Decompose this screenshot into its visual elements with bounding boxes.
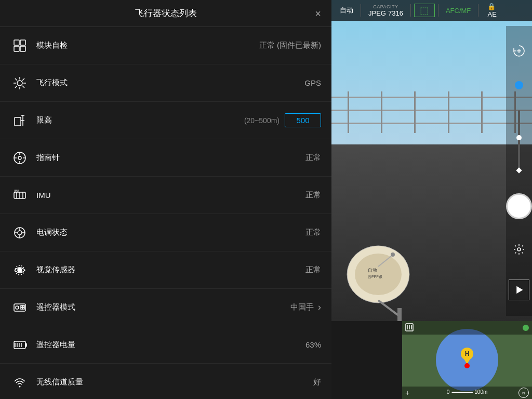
vision-value: 正常 bbox=[305, 265, 321, 275]
rc-battery-icon bbox=[10, 336, 29, 354]
jpeg-value: JPEG bbox=[368, 9, 386, 17]
svg-rect-40 bbox=[21, 308, 22, 309]
satellite-dish: 自动 云PPP跟 bbox=[331, 228, 446, 321]
zoom-in-button[interactable]: + bbox=[405, 389, 409, 397]
svg-line-10 bbox=[22, 86, 24, 88]
map-screen-icon[interactable] bbox=[405, 323, 414, 333]
scale-line bbox=[451, 392, 472, 393]
focus-frame-icon: ⬚ bbox=[420, 6, 429, 15]
exposure-diamond bbox=[516, 167, 522, 173]
svg-point-29 bbox=[18, 231, 22, 235]
focus-mode-btn[interactable]: AFC/MF bbox=[442, 6, 475, 16]
svg-text:IMU: IMU bbox=[14, 189, 19, 192]
rc-mode-value: 中国手 bbox=[290, 302, 314, 312]
svg-point-64 bbox=[517, 248, 521, 251]
fence-post bbox=[381, 91, 382, 133]
svg-text:云PPP跟: 云PPP跟 bbox=[368, 275, 382, 278]
scale-start: 0 bbox=[447, 389, 450, 395]
map-bottombar: + 0 100m N bbox=[402, 387, 532, 399]
exposure-track[interactable] bbox=[518, 110, 520, 172]
esc-icon bbox=[10, 223, 29, 242]
settings-button[interactable] bbox=[510, 240, 528, 259]
svg-point-54 bbox=[355, 254, 402, 295]
flight-mode-value: GPS bbox=[304, 78, 321, 87]
exposure-mode-value: AE bbox=[488, 10, 497, 18]
svg-line-11 bbox=[22, 78, 24, 81]
altitude-limit-label: 限高 bbox=[36, 115, 244, 125]
capacity-label: CAPACITY bbox=[373, 4, 398, 9]
playback-button[interactable] bbox=[509, 280, 529, 300]
module-check-value: 正常 (固件已最新) bbox=[259, 41, 321, 50]
fence-post bbox=[481, 91, 483, 133]
auto-mode-btn[interactable]: 自动 bbox=[336, 5, 357, 16]
lock-icon: 🔒 bbox=[487, 3, 496, 10]
map-topbar bbox=[402, 321, 532, 335]
rc-battery-value: 63% bbox=[305, 340, 321, 349]
fence-post bbox=[348, 91, 349, 133]
gps-status-dot bbox=[523, 325, 529, 331]
row-module-check: 模块自检 正常 (固件已最新) bbox=[0, 27, 331, 64]
separator-3 bbox=[438, 4, 438, 17]
exposure-mode-btn[interactable]: 🔒 AE bbox=[482, 2, 502, 19]
svg-rect-42 bbox=[14, 341, 25, 349]
rc-mode-arrow: › bbox=[318, 302, 321, 313]
imu-label: IMU bbox=[36, 191, 305, 200]
svg-rect-41 bbox=[23, 308, 24, 309]
svg-marker-65 bbox=[517, 287, 522, 293]
row-esc: 电调状态 正常 bbox=[0, 214, 331, 251]
altitude-input[interactable] bbox=[285, 113, 321, 127]
altitude-hint: (20~500m) bbox=[244, 116, 280, 125]
svg-rect-1 bbox=[20, 40, 25, 45]
focus-mode-value: AFC/MF bbox=[446, 7, 471, 15]
close-button[interactable]: × bbox=[315, 8, 321, 19]
row-flight-mode: 飞行模式 GPS bbox=[0, 64, 331, 102]
compass-button[interactable]: N bbox=[518, 388, 529, 398]
rotate-camera-button[interactable] bbox=[510, 42, 528, 60]
row-wireless: 无线信道质量 好 bbox=[0, 364, 331, 399]
svg-line-12 bbox=[15, 86, 17, 88]
svg-rect-47 bbox=[25, 343, 26, 347]
row-rc-battery: 遥控器电量 63% bbox=[0, 326, 331, 364]
row-compass: 指南针 正常 bbox=[0, 139, 331, 177]
imu-value: 正常 bbox=[305, 190, 321, 200]
esc-label: 电调状态 bbox=[36, 228, 305, 237]
fence-post bbox=[414, 91, 416, 133]
row-vision: 视觉传感器 正常 bbox=[0, 251, 331, 289]
panel-header: 飞行器状态列表 × bbox=[0, 0, 331, 27]
row-imu: IMU IMU 正常 bbox=[0, 177, 331, 214]
row-rc-mode[interactable]: 遥控器模式 中国手 › bbox=[0, 289, 331, 326]
module-check-label: 模块自检 bbox=[36, 41, 259, 50]
separator-1 bbox=[361, 4, 361, 17]
map-container: H + 0 100m N bbox=[402, 321, 532, 399]
svg-point-60 bbox=[391, 252, 395, 257]
compass-icon-row bbox=[10, 149, 29, 167]
svg-rect-61 bbox=[397, 308, 402, 321]
panel-title: 飞行器状态列表 bbox=[135, 7, 197, 19]
camera-panel: 自动 CAPACITY JPEG 7316 ⬚ AFC/MF 🔒 AE bbox=[331, 0, 532, 399]
rc-mode-icon bbox=[10, 298, 29, 317]
focus-frame-btn[interactable]: ⬚ bbox=[414, 4, 435, 17]
separator-2 bbox=[410, 4, 411, 17]
camera-bg: 自动 云PPP跟 bbox=[331, 0, 532, 321]
auto-mode-value: 自动 bbox=[340, 6, 353, 15]
rc-mode-label: 遥控器模式 bbox=[36, 302, 290, 312]
compass-value: 正常 bbox=[305, 153, 321, 163]
svg-rect-13 bbox=[15, 117, 21, 126]
camera-topbar: 自动 CAPACITY JPEG 7316 ⬚ AFC/MF 🔒 AE bbox=[331, 0, 532, 21]
svg-rect-3 bbox=[20, 46, 25, 51]
status-panel: 飞行器状态列表 × 模块自检 正常 (固件已最新) bbox=[0, 0, 331, 399]
svg-rect-39 bbox=[23, 305, 24, 307]
rc-battery-label: 遥控器电量 bbox=[36, 340, 305, 350]
flight-icon bbox=[10, 74, 29, 92]
svg-point-34 bbox=[18, 268, 22, 272]
altitude-icon bbox=[10, 111, 29, 130]
shutter-button[interactable] bbox=[506, 193, 532, 219]
svg-rect-0 bbox=[14, 40, 19, 45]
wireless-value: 好 bbox=[313, 377, 321, 387]
capacity-value: 7316 bbox=[388, 9, 403, 17]
format-btn[interactable]: CAPACITY JPEG 7316 bbox=[364, 3, 407, 18]
separator-4 bbox=[478, 4, 478, 17]
module-icon bbox=[10, 36, 29, 55]
focus-dot[interactable] bbox=[515, 81, 523, 89]
svg-rect-38 bbox=[21, 305, 22, 307]
